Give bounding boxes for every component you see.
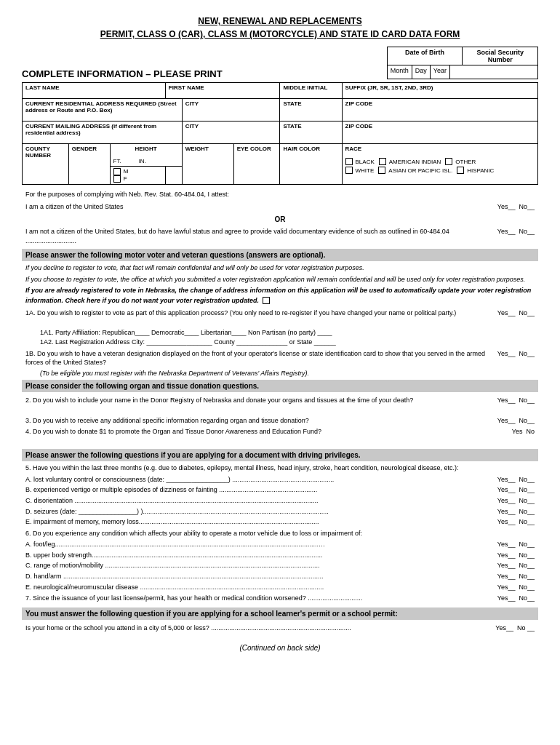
q6a-yn: Yes__ No__ bbox=[497, 540, 535, 549]
q1a-row: 1A. Do you wish to register to vote as p… bbox=[25, 308, 535, 327]
race-hispanic: HISPANIC bbox=[457, 167, 494, 174]
q5a-row: A. lost voluntary control or consciousne… bbox=[25, 475, 535, 485]
q5-intro: 5. Have you within the last three months… bbox=[25, 463, 535, 474]
or-divider: OR bbox=[25, 214, 535, 225]
complete-info-label: COMPLETE INFORMATION – PLEASE PRINT bbox=[22, 68, 223, 79]
q6d-row: D. hand/arm ............................… bbox=[25, 572, 535, 581]
q2-row: 2. Do you wish to include your name in t… bbox=[25, 396, 535, 414]
q5c-row: C. disorientation ......................… bbox=[25, 496, 535, 506]
q6e-row: E. neurological/neuromuscular disease ..… bbox=[25, 583, 535, 592]
q6a-text: A. foot/leg.............................… bbox=[25, 540, 497, 549]
race-asian: ASIAN OR PACIFIC ISL. bbox=[378, 167, 452, 174]
first-name-label: FIRST NAME bbox=[169, 84, 277, 91]
school-question-row: Is your home or the school you attend in… bbox=[25, 624, 535, 634]
motor-voter-body: If you decline to register to vote, that… bbox=[22, 261, 538, 380]
motor-voter-header: Please answer the following motor voter … bbox=[22, 249, 538, 261]
q4-row: 4. Do you wish to donate $1 to promote t… bbox=[25, 427, 535, 445]
organ-body: 2. Do you wish to include your name in t… bbox=[22, 392, 538, 449]
year-field[interactable]: Year bbox=[431, 65, 449, 79]
zip2-label: ZIP CODE bbox=[345, 123, 535, 130]
american-indian-checkbox[interactable] bbox=[379, 158, 386, 165]
main-form-table: LAST NAME FIRST NAME MIDDLE INITIAL SUFF… bbox=[22, 82, 538, 185]
q1a-yn: Yes__ No__ bbox=[497, 308, 535, 319]
state2-label: STATE bbox=[283, 123, 338, 130]
voter-para2: If you choose to register to vote, the o… bbox=[25, 275, 535, 285]
mailing-label: CURRENT MAILING ADDRESS (if different fr… bbox=[25, 123, 179, 136]
white-checkbox[interactable] bbox=[345, 167, 353, 174]
non-citizen-yn: Yes__ No__ bbox=[497, 227, 535, 237]
gender-m-checkbox[interactable] bbox=[113, 168, 121, 175]
q6b-text: B. upper body strength..................… bbox=[25, 551, 497, 560]
q6c-text: C. range of motion/mobility ............… bbox=[25, 561, 497, 570]
q5a-yn: Yes__ No__ bbox=[497, 475, 535, 485]
q6d-yn: Yes__ No__ bbox=[497, 572, 535, 581]
driving-body: 5. Have you within the last three months… bbox=[22, 461, 538, 607]
asian-checkbox[interactable] bbox=[378, 167, 385, 174]
voter-para3: If you are already registered to vote in… bbox=[25, 286, 535, 306]
citizen-text: I am a citizen of the United States bbox=[25, 202, 497, 212]
q1a1-text: 1A1. Party Affiliation: Republican____ D… bbox=[40, 328, 535, 338]
form-header: COMPLETE INFORMATION – PLEASE PRINT Date… bbox=[22, 47, 538, 79]
non-citizen-text: I am not a citizen of the United States,… bbox=[25, 227, 497, 245]
ft-label: FT. bbox=[113, 158, 121, 164]
q5d-yn: Yes__ No__ bbox=[497, 507, 535, 517]
state1-label: STATE bbox=[283, 100, 338, 107]
zip1-label: ZIP CODE bbox=[345, 100, 535, 107]
q1a-text: 1A. Do you wish to register to vote as p… bbox=[25, 308, 497, 327]
hispanic-checkbox[interactable] bbox=[457, 167, 464, 174]
q1b-text: 1B. Do you wish to have a veteran design… bbox=[25, 349, 497, 367]
q3-yn: Yes__ No__ bbox=[497, 416, 535, 426]
school-body: Is your home or the school you attend in… bbox=[22, 620, 538, 637]
q6e-yn: Yes__ No__ bbox=[497, 583, 535, 592]
q7-text: 7. Since the issuance of your last licen… bbox=[25, 594, 497, 603]
hair-color-label: HAIR COLOR bbox=[283, 146, 338, 152]
dob-ssn-header: Date of Birth Social Security Number bbox=[388, 47, 537, 65]
q2-yn: Yes__ No__ bbox=[497, 396, 535, 406]
q6a-row: A. foot/leg.............................… bbox=[25, 540, 535, 549]
other-checkbox[interactable] bbox=[445, 158, 452, 165]
footer-continued: (Continued on back side) bbox=[22, 644, 538, 652]
dob-label: Date of Birth bbox=[388, 47, 463, 65]
q1b-row: 1B. Do you wish to have a veteran design… bbox=[25, 349, 535, 367]
q5a-text: A. lost voluntary control or consciousne… bbox=[25, 475, 497, 485]
residential-label: CURRENT RESIDENTIAL ADDRESS REQUIRED (St… bbox=[25, 100, 179, 113]
q5e-text: E. impairment of memory, memory loss....… bbox=[25, 517, 497, 527]
citizen-yn: Yes__ No__ bbox=[497, 202, 535, 212]
q5e-yn: Yes__ No__ bbox=[497, 517, 535, 527]
race-white: WHITE bbox=[345, 167, 375, 174]
gender-label: GENDER bbox=[72, 146, 107, 152]
suffix-label: SUFFIX (JR, SR, 1ST, 2ND, 3RD) bbox=[345, 84, 535, 91]
race-options-2: WHITE ASIAN OR PACIFIC ISL. HISPANIC bbox=[345, 167, 535, 174]
q1a2-text: 1A2. Last Registration Address City: ___… bbox=[40, 338, 535, 347]
q6d-text: D. hand/arm ............................… bbox=[25, 572, 497, 581]
city2-label: CITY bbox=[185, 123, 277, 130]
q6b-yn: Yes__ No__ bbox=[497, 551, 535, 560]
dob-ssn-fields: Month Day Year bbox=[388, 65, 537, 79]
demographics-row: COUNTY NUMBER GENDER HEIGHT FT. IN. WEIG… bbox=[23, 144, 538, 167]
weight-label: WEIGHT bbox=[185, 146, 231, 152]
height-label: HEIGHT bbox=[113, 146, 179, 152]
black-checkbox[interactable] bbox=[345, 158, 353, 165]
q3-row: 3. Do you wish to receive any additional… bbox=[25, 416, 535, 426]
driving-header: Please answer the following questions if… bbox=[22, 449, 538, 461]
school-yn: Yes__ No __ bbox=[495, 624, 535, 634]
last-name-label: LAST NAME bbox=[25, 84, 162, 91]
race-black: BLACK bbox=[345, 158, 375, 165]
q5c-text: C. disorientation ......................… bbox=[25, 496, 497, 506]
voter-update-checkbox[interactable] bbox=[263, 297, 270, 304]
q1b-note: (To be eligible you must register with t… bbox=[40, 369, 535, 378]
q2-text: 2. Do you wish to include your name in t… bbox=[25, 396, 497, 414]
month-field[interactable]: Month bbox=[388, 65, 412, 79]
q7-yn: Yes__ No__ bbox=[497, 594, 535, 604]
race-options: BLACK AMERICAN INDIAN OTHER bbox=[345, 158, 535, 165]
q4-text: 4. Do you wish to donate $1 to promote t… bbox=[25, 427, 498, 445]
day-field[interactable]: Day bbox=[412, 65, 431, 79]
q5b-row: B. experienced vertigo or multiple episo… bbox=[25, 485, 535, 495]
ssn-input-field[interactable] bbox=[450, 65, 537, 79]
race-label: RACE bbox=[345, 146, 535, 152]
gender-f-checkbox[interactable] bbox=[113, 175, 121, 183]
school-header: You must answer the following question i… bbox=[22, 607, 538, 620]
ssn-label: Social Security Number bbox=[463, 47, 537, 65]
q6-intro: 6. Do you experience any condition which… bbox=[25, 529, 535, 539]
residential-row: CURRENT RESIDENTIAL ADDRESS REQUIRED (St… bbox=[23, 99, 538, 121]
